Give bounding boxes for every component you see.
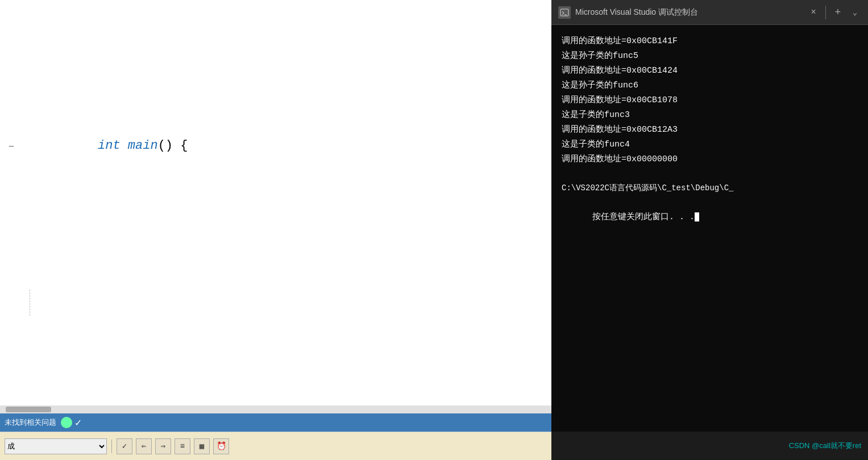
output-select[interactable]: 成 [5,438,107,454]
toolbar-btn-right[interactable]: ⇒ [155,438,171,454]
fn-main: main [128,139,158,153]
terminal-bottom: CSDN @call就不要ret [551,432,868,460]
checkmark-icon: ✓ [74,417,82,428]
toolbar-btn-grid[interactable]: ▦ [194,438,210,454]
terminal-line-8: 这是子类的func4 [562,137,858,152]
cursor [695,212,699,221]
scrollbar-thumb[interactable] [6,407,51,412]
terminal-line-7: 调用的函数地址=0x00CB12A3 [562,123,858,137]
toolbar-sep-1 [111,440,112,453]
terminal-titlebar: Microsoft Visual Studio 调试控制台 × + ⌄ [551,0,868,25]
terminal-title: Microsoft Visual Studio 调试控制台 [575,7,803,18]
terminal-close-btn[interactable]: × [807,6,820,19]
terminal-line-2: 这是孙子类的func5 [562,49,858,64]
code-line-blank-1 [23,290,551,316]
terminal-line-5: 调用的函数地址=0x00CB1078 [562,93,858,108]
horizontal-scrollbar[interactable] [0,405,551,413]
terminal-line-1: 调用的函数地址=0x00CB141F [562,34,858,49]
editor-panel: ‒ int main() { Base_Grandson g1; [0,0,551,460]
title-sep [825,6,826,19]
terminal-line-4: 这是孙子类的func6 [562,78,858,93]
terminal-app-icon [558,6,571,19]
code-text-1: int main() { [23,107,188,185]
terminal-prompt: 按任意键关闭此窗口. . . [562,195,858,240]
status-text: 未找到相关问题 [5,417,56,428]
status-bar: 未找到相关问题 ✓ [0,413,551,432]
toolbar-btn-clock[interactable]: ⏰ [213,438,229,454]
code-content: ‒ int main() { Base_Grandson g1; [0,0,551,405]
code-area: ‒ int main() { Base_Grandson g1; [0,0,551,405]
toolbar-btn-left[interactable]: ⇐ [136,438,152,454]
bottom-toolbar: 成 ✓ ⇐ ⇒ ≡ ▦ ⏰ [0,432,551,460]
code-line-1: ‒ int main() { [0,107,551,185]
terminal-line-6: 这是子类的func3 [562,108,858,123]
fold-btn-1[interactable]: ‒ [0,133,23,159]
terminal-chevron-btn[interactable]: ⌄ [849,6,861,19]
terminal-body: 调用的函数地址=0x00CB141F 这是孙子类的func5 调用的函数地址=0… [551,25,868,432]
punc-1: () { [158,139,188,153]
keyword-int-1: int [98,139,128,153]
toolbar-btn-check[interactable]: ✓ [117,438,132,454]
terminal-path: C:\VS2022C语言代码源码\C_test\Debug\C_ [562,181,858,195]
toolbar-btn-list[interactable]: ≡ [175,438,190,454]
terminal-line-3: 调用的函数地址=0x00CB1424 [562,64,858,78]
credit-text: CSDN @call就不要ret [789,441,861,451]
prompt-text: 按任意键关闭此窗口. . . [592,212,695,222]
terminal-panel: Microsoft Visual Studio 调试控制台 × + ⌄ 调用的函… [551,0,868,460]
terminal-add-btn[interactable]: + [832,6,844,19]
terminal-line-9: 调用的函数地址=0x00000000 [562,152,858,167]
